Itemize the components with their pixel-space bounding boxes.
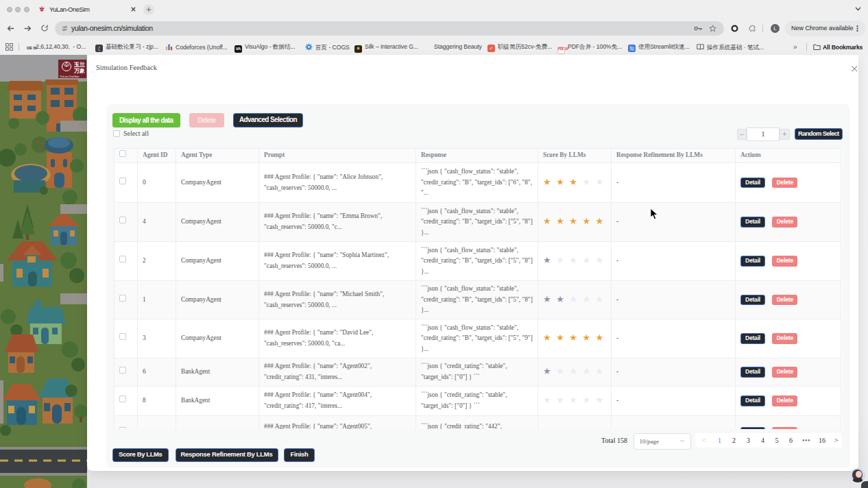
svg-text:YuLan-OneSim: YuLan-OneSim xyxy=(60,75,80,78)
svg-text:万象: 万象 xyxy=(73,68,86,74)
svg-text:玉兰: 玉兰 xyxy=(73,62,85,68)
